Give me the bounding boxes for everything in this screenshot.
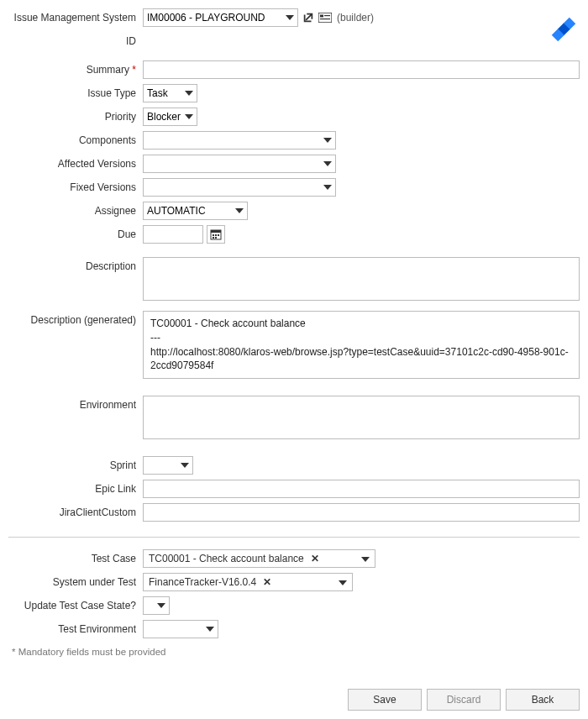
svg-rect-13 (215, 237, 217, 239)
svg-rect-8 (211, 230, 221, 233)
assignee-select[interactable]: AUTOMATIC (143, 202, 248, 220)
ims-label: Issue Management System (8, 8, 143, 24)
card-icon[interactable] (318, 11, 332, 24)
affected-versions-label: Affected Versions (8, 155, 143, 170)
issue-type-label: Issue Type (8, 84, 143, 99)
ims-select[interactable]: IM00006 - PLAYGROUND (143, 8, 298, 27)
test-case-value: TC00001 - Check account balance (149, 553, 304, 564)
sut-value: FinanceTracker-V16.0.4 (149, 576, 256, 588)
issue-type-select[interactable]: Task (143, 84, 197, 102)
test-case-clear-icon[interactable]: ✕ (309, 553, 321, 564)
priority-select[interactable]: Blocker (143, 108, 197, 126)
fixed-versions-label: Fixed Versions (8, 178, 143, 193)
summary-input[interactable] (143, 60, 580, 79)
svg-rect-11 (218, 234, 219, 236)
test-case-select[interactable]: TC00001 - Check account balance ✕ (143, 549, 375, 568)
jira-logo-icon (549, 15, 578, 44)
due-label: Due (8, 225, 143, 240)
environment-label: Environment (8, 396, 143, 411)
update-state-label: Update Test Case State? (8, 596, 143, 611)
epic-link-label: Epic Link (8, 480, 143, 495)
description-gen-label: Description (generated) (8, 311, 143, 326)
affected-versions-select[interactable] (143, 155, 336, 173)
fixed-versions-select[interactable] (143, 178, 336, 197)
test-case-label: Test Case (8, 549, 143, 564)
svg-rect-3 (318, 13, 332, 23)
svg-rect-10 (215, 234, 217, 236)
summary-label: Summary * (8, 60, 143, 76)
test-env-select[interactable] (143, 620, 218, 638)
sprint-label: Sprint (8, 456, 143, 471)
priority-label: Priority (8, 108, 143, 123)
components-select[interactable] (143, 131, 336, 150)
epic-link-input[interactable] (143, 480, 580, 498)
description-label: Description (8, 257, 143, 272)
svg-rect-9 (213, 234, 214, 236)
components-label: Components (8, 131, 143, 146)
jira-custom-input[interactable] (143, 503, 580, 522)
update-state-select[interactable] (143, 596, 170, 615)
sut-select[interactable]: FinanceTracker-V16.0.4 ✕ (143, 573, 353, 591)
mandatory-note: * Mandatory fields must be provided (12, 647, 580, 657)
builder-text: (builder) (337, 12, 374, 24)
test-env-label: Test Environment (8, 620, 143, 635)
svg-rect-4 (320, 15, 323, 18)
sut-clear-icon[interactable]: ✕ (261, 576, 273, 588)
assignee-label: Assignee (8, 202, 143, 217)
open-external-icon[interactable] (302, 11, 315, 24)
id-label: ID (8, 32, 143, 47)
environment-textarea[interactable] (143, 396, 580, 439)
calendar-icon[interactable] (207, 225, 225, 244)
sut-label: System under Test (8, 573, 143, 588)
jira-custom-label: JiraClientCustom (8, 503, 143, 518)
description-gen-content: TC00001 - Check account balance --- http… (143, 311, 580, 379)
description-textarea[interactable] (143, 257, 580, 301)
section-divider (8, 537, 580, 538)
sprint-select[interactable] (143, 456, 193, 475)
due-input[interactable] (143, 225, 203, 244)
svg-rect-5 (320, 18, 330, 19)
svg-rect-6 (324, 15, 330, 16)
svg-rect-12 (213, 237, 214, 239)
